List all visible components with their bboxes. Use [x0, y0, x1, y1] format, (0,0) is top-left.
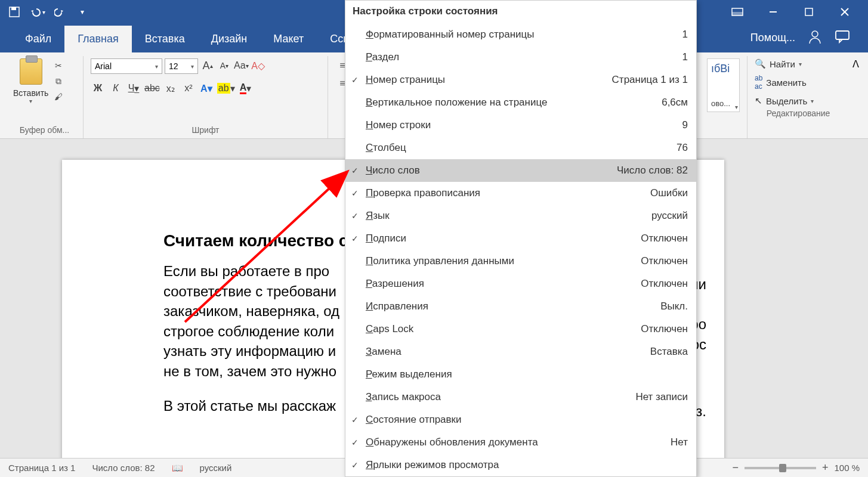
context-menu-item-label: Caps Lock [366, 323, 413, 335]
paste-button[interactable]: Вставить ▾ [13, 58, 48, 104]
redo-button[interactable] [51, 4, 68, 20]
group-editing-label: Редактирование [755, 106, 842, 122]
context-menu-item[interactable]: ЗаменаВставка [345, 340, 696, 363]
status-spellcheck-icon[interactable]: 📖 [172, 463, 183, 473]
svg-point-8 [812, 31, 818, 37]
close-button[interactable] [832, 3, 857, 21]
tab-help[interactable]: Помощ... [750, 32, 795, 44]
context-menu-item[interactable]: Форматированный номер страницы1 [345, 23, 696, 46]
clipboard-icon [20, 58, 42, 85]
subscript-button[interactable]: x₂ [163, 81, 178, 95]
check-icon: ✓ [351, 438, 359, 447]
context-menu-item[interactable]: Номер строки9 [345, 114, 696, 137]
font-name-select[interactable]: Arial▾ [91, 58, 162, 74]
context-menu-item[interactable]: ✓Проверка правописанияОшибки [345, 182, 696, 205]
tab-layout[interactable]: Макет [260, 26, 317, 52]
cursor-icon: ↖ [755, 95, 762, 106]
style-sample-2: ово... [711, 99, 736, 108]
save-button[interactable] [6, 4, 23, 20]
status-bar-context-menu: Настройка строки состояния Форматированн… [345, 0, 697, 477]
context-menu-item[interactable]: Запись макросаНет записи [345, 386, 696, 408]
context-menu-item-value: 6,6см [662, 97, 688, 109]
context-menu-item[interactable]: РазрешенияОтключен [345, 272, 696, 295]
context-menu-item[interactable]: Режим выделения [345, 363, 696, 386]
format-painter-button[interactable]: 🖌 [52, 91, 65, 103]
cut-button[interactable]: ✂ [52, 60, 65, 72]
zoom-in-button[interactable]: + [822, 461, 829, 474]
select-button[interactable]: ↖Выделить▾ [755, 95, 842, 106]
context-menu-item[interactable]: ✓ПодписиОтключен [345, 227, 696, 250]
font-name-value: Arial [95, 61, 112, 71]
text-effects-button[interactable]: A▾ [199, 81, 214, 95]
replace-button[interactable]: abacЗаменить [755, 74, 842, 91]
font-color-button[interactable]: A▾ [239, 81, 253, 95]
shrink-font-button[interactable]: A▾ [217, 58, 231, 73]
clear-formatting-button[interactable]: A◇ [251, 58, 265, 73]
context-menu-item-value: 76 [677, 142, 688, 154]
maximize-button[interactable] [796, 3, 821, 21]
context-menu-item[interactable]: ✓Число словЧисло слов: 82 [345, 159, 696, 182]
expand-icon: ▾ [735, 104, 738, 110]
collapse-ribbon-button[interactable]: ᐱ [849, 56, 862, 138]
context-menu-item-label: Число слов [366, 165, 420, 176]
tab-design[interactable]: Дизайн [198, 26, 261, 52]
context-menu-item-label: Столбец [366, 142, 406, 154]
copy-button[interactable]: ⧉ [52, 75, 65, 87]
context-menu-item-label: Политика управления данными [366, 255, 514, 267]
qat-customize-button[interactable]: ▾ [74, 4, 91, 20]
zoom-slider[interactable] [745, 467, 816, 469]
context-menu-item-value: Отключен [641, 233, 688, 244]
italic-button[interactable]: К [109, 81, 123, 95]
tab-insert[interactable]: Вставка [132, 26, 198, 52]
context-menu-header: Настройка строки состояния [345, 1, 696, 23]
context-menu-item-label: Номер строки [366, 119, 431, 131]
context-menu-item-label: Режим выделения [366, 368, 452, 380]
change-case-button[interactable]: Aa▾ [234, 58, 249, 73]
context-menu-item-value: Нет записи [635, 391, 688, 403]
zoom-control: − + 100 % [732, 461, 860, 474]
underline-button[interactable]: Ч▾ [126, 81, 141, 95]
context-menu-item[interactable]: ✓Состояние отправки [345, 408, 696, 431]
context-menu-item-value: Отключен [641, 278, 688, 290]
zoom-level[interactable]: 100 % [834, 463, 860, 473]
superscript-button[interactable]: x² [181, 81, 196, 95]
context-menu-item[interactable]: ✓Номер страницыСтраница 1 из 1 [345, 69, 696, 91]
zoom-out-button[interactable]: − [732, 461, 739, 474]
context-menu-item[interactable]: ✓Обнаружены обновления документаНет [345, 431, 696, 454]
user-icon[interactable] [807, 29, 823, 47]
context-menu-item[interactable]: ✓Ярлыки режимов просмотра [345, 454, 696, 476]
tab-file[interactable]: Файл [12, 26, 64, 52]
styles-gallery[interactable]: ıбВі ово... ▾ [707, 58, 740, 112]
context-menu-item[interactable]: Политика управления даннымиОтключен [345, 250, 696, 272]
context-menu-item-label: Разрешения [366, 278, 424, 290]
search-icon: 🔍 [755, 58, 766, 69]
comments-icon[interactable] [835, 29, 850, 46]
context-menu-item-value: Вставка [650, 346, 688, 358]
tab-home[interactable]: Главная [64, 26, 132, 52]
svg-rect-9 [836, 31, 849, 39]
ribbon-display-button[interactable] [725, 3, 750, 21]
context-menu-item-label: Язык [366, 210, 390, 222]
status-page[interactable]: Страница 1 из 1 [8, 463, 75, 473]
grow-font-button[interactable]: A▴ [200, 58, 215, 73]
context-menu-item[interactable]: ИсправленияВыкл. [345, 295, 696, 318]
status-word-count[interactable]: Число слов: 82 [92, 463, 155, 473]
context-menu-item[interactable]: Caps LockОтключен [345, 318, 696, 340]
context-menu-item[interactable]: ✓Языкрусский [345, 205, 696, 227]
context-menu-item[interactable]: Столбец76 [345, 137, 696, 159]
find-button[interactable]: 🔍Найти ▾ [755, 58, 842, 69]
status-language[interactable]: русский [200, 463, 232, 473]
paste-label: Вставить [13, 88, 48, 98]
minimize-button[interactable] [761, 3, 786, 21]
highlight-color-button[interactable]: ab▾ [217, 81, 235, 95]
context-menu-item[interactable]: Раздел1 [345, 46, 696, 69]
strikethrough-button[interactable]: abc [144, 81, 160, 95]
group-clipboard-label: Буфер обм... [13, 123, 76, 138]
bold-button[interactable]: Ж [91, 81, 105, 95]
check-icon: ✓ [351, 188, 359, 198]
font-size-select[interactable]: 12▾ [165, 58, 198, 74]
context-menu-item[interactable]: Вертикальное положение на странице6,6см [345, 91, 696, 114]
context-menu-item-value: Ошибки [650, 187, 688, 199]
replace-icon: abac [755, 74, 762, 91]
undo-button[interactable]: ▾ [29, 4, 45, 20]
